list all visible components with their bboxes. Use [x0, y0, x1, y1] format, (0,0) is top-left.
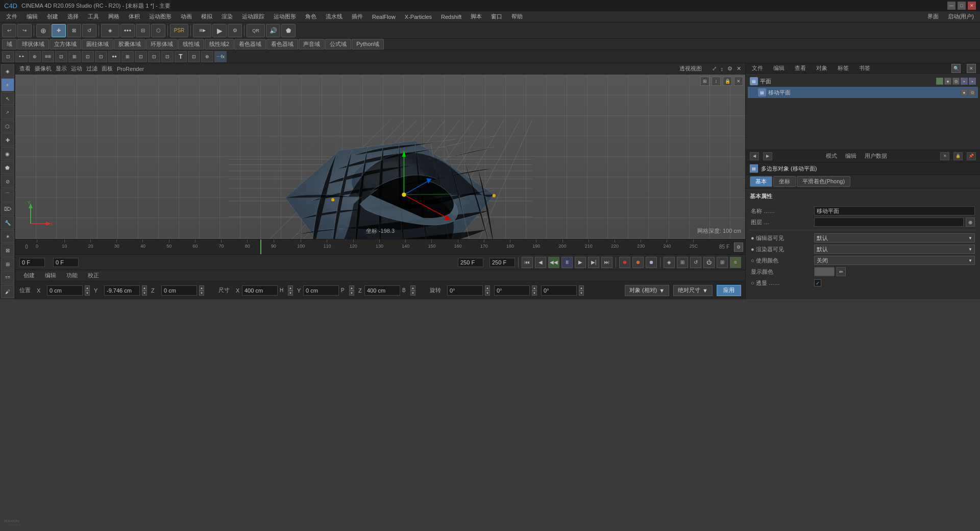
play-reverse-btn[interactable]: ◀◀: [548, 257, 559, 268]
vp-tab-view[interactable]: 查看: [19, 65, 31, 73]
rot-p-input[interactable]: 0°: [494, 285, 530, 296]
vp-lock-btn[interactable]: 🔒: [723, 77, 732, 86]
vp-tab-camera[interactable]: 摄像机: [35, 65, 52, 73]
prop-renvis-dropdown[interactable]: 默认 ▼: [814, 245, 975, 254]
prop-layer-value[interactable]: [814, 218, 964, 227]
rotate-btn[interactable]: ↺: [82, 24, 96, 37]
vp-x-btn[interactable]: ✕: [734, 77, 743, 86]
prop-tab-basic[interactable]: 基本: [750, 176, 772, 187]
vp-expand[interactable]: ⤢: [712, 65, 717, 72]
next-frame-btn[interactable]: ▶|: [588, 257, 599, 268]
tool-icon-14[interactable]: ⊡: [188, 51, 200, 62]
tool-icon-13[interactable]: ⊡: [161, 51, 174, 62]
vp-maximize[interactable]: ↕: [721, 66, 724, 72]
menu-help[interactable]: 帮助: [507, 12, 527, 21]
mode-obj-btn[interactable]: ◈: [101, 24, 119, 37]
size-x-up[interactable]: ▲: [288, 285, 293, 291]
prev-frame-btn[interactable]: ◀: [535, 257, 546, 268]
prop-transparent-check[interactable]: [814, 279, 821, 286]
vp-layout-btn[interactable]: ⊞: [700, 77, 709, 86]
prop-color-swatch[interactable]: [814, 267, 835, 276]
om-tab-edit[interactable]: 编辑: [771, 64, 787, 72]
grid-btn[interactable]: ⊞: [717, 257, 728, 268]
maximize-btn[interactable]: □: [958, 2, 966, 10]
size-y-down[interactable]: ▼: [349, 291, 354, 296]
btm-tab-create[interactable]: 创建: [19, 271, 39, 280]
menu-user[interactable]: 启动(用户): [944, 12, 978, 21]
size-x-input[interactable]: 400 cm: [242, 285, 278, 296]
rot-p-down[interactable]: ▼: [532, 291, 537, 296]
tab-formula[interactable]: 公式域: [325, 39, 351, 50]
om-tab-bookmark[interactable]: 书签: [857, 64, 872, 72]
om-tab-view[interactable]: 查看: [793, 64, 808, 72]
motion-btn[interactable]: ⊞: [677, 257, 688, 268]
end-frame-input[interactable]: 250 F: [489, 258, 515, 267]
goto-end-btn[interactable]: ⏭: [601, 257, 612, 268]
tool-icon-6[interactable]: ⊞: [68, 51, 81, 62]
ls-wrench[interactable]: 🔧: [1, 216, 14, 229]
btm-tab-correct[interactable]: 校正: [84, 271, 103, 280]
apply-button[interactable]: 应用: [717, 285, 741, 296]
vp-tab-motion[interactable]: 运动: [71, 65, 82, 73]
tool-icon-7[interactable]: ⊡: [82, 51, 94, 62]
obj-vis-2[interactable]: ●: [961, 89, 968, 96]
tool-icon-9[interactable]: ●●: [108, 51, 120, 62]
menu-window[interactable]: 窗口: [487, 12, 506, 21]
menu-tools[interactable]: 工具: [84, 12, 103, 21]
menu-pipeline[interactable]: 流水线: [322, 12, 347, 21]
om-close[interactable]: ✕: [967, 64, 976, 73]
menu-realflow[interactable]: RealFlow: [368, 13, 400, 21]
record-btn[interactable]: ⏺: [619, 257, 630, 268]
vp-tab-prorender[interactable]: ProRender: [117, 66, 144, 72]
record-preview-btn[interactable]: ⏺: [646, 257, 657, 268]
motion2-btn[interactable]: ↺: [690, 257, 701, 268]
om-tab-tag[interactable]: 标签: [836, 64, 851, 72]
prop-forward[interactable]: ▶: [763, 152, 772, 160]
tab-shader[interactable]: 着色器域: [234, 39, 266, 50]
tool-icon-t[interactable]: T: [175, 51, 187, 62]
tool-icon-3[interactable]: ⊛: [29, 51, 41, 62]
pos-y-down[interactable]: ▼: [142, 291, 147, 296]
coord-mode-dropdown[interactable]: 对象 (相对) ▼: [625, 285, 669, 296]
om-search[interactable]: 🔍: [951, 64, 961, 73]
obj-tag-1[interactable]: [936, 78, 943, 85]
mode-edge-btn[interactable]: ⊟: [136, 24, 150, 37]
obj-dot-1[interactable]: ▪: [961, 78, 968, 85]
prop-lock[interactable]: 🔒: [953, 152, 963, 160]
size-z-up[interactable]: ▲: [410, 285, 415, 291]
pos-y-up[interactable]: ▲: [142, 285, 147, 291]
rot-h-up[interactable]: ▲: [485, 285, 490, 291]
size-y-input[interactable]: 0 cm: [303, 285, 339, 296]
menu-file[interactable]: 文件: [2, 12, 21, 21]
ls-select[interactable]: ↗: [1, 106, 14, 119]
om-tab-file[interactable]: 文件: [750, 64, 765, 72]
menu-render[interactable]: 渲染: [217, 12, 237, 21]
pos-z-up[interactable]: ▲: [199, 285, 204, 291]
close-btn[interactable]: ✕: [968, 2, 976, 10]
tool-icon-10[interactable]: ⊞: [121, 51, 134, 62]
obj-vis-1[interactable]: ●: [944, 78, 951, 85]
tool-icon-2[interactable]: ✦✦: [15, 51, 28, 62]
frame-input[interactable]: 0 F: [53, 258, 79, 267]
prop-tab-coords[interactable]: 坐标: [773, 176, 796, 187]
mode-pt-btn[interactable]: ●●●: [120, 24, 135, 37]
vp-tab-display[interactable]: 显示: [56, 65, 67, 73]
tool-icon-12[interactable]: ⊡: [148, 51, 160, 62]
size-x-down[interactable]: ▼: [288, 291, 293, 296]
redo-btn[interactable]: ↪: [17, 24, 32, 37]
menu-script[interactable]: 脚本: [467, 12, 486, 21]
timeline-settings[interactable]: ⚙: [734, 243, 743, 252]
vp-close[interactable]: ✕: [737, 65, 741, 72]
qr-btn[interactable]: QR: [247, 24, 265, 37]
goto-start-btn[interactable]: ⏮: [522, 257, 533, 268]
pause-btn[interactable]: ⏸: [561, 257, 573, 268]
prop-tab-phong[interactable]: 平滑着色(Phong): [797, 176, 850, 187]
ls-brush[interactable]: 🖌: [1, 285, 14, 298]
list-btn[interactable]: ≡: [730, 257, 741, 268]
ls-diamond[interactable]: ⬟: [1, 161, 14, 174]
ls-circle[interactable]: ◉: [1, 147, 14, 160]
prop-pin[interactable]: 📌: [967, 152, 976, 160]
size-mode-dropdown[interactable]: 绝对尺寸 ▼: [673, 285, 713, 296]
ls-grid[interactable]: ⊠: [1, 244, 14, 257]
render-btn[interactable]: ▶: [212, 24, 227, 37]
